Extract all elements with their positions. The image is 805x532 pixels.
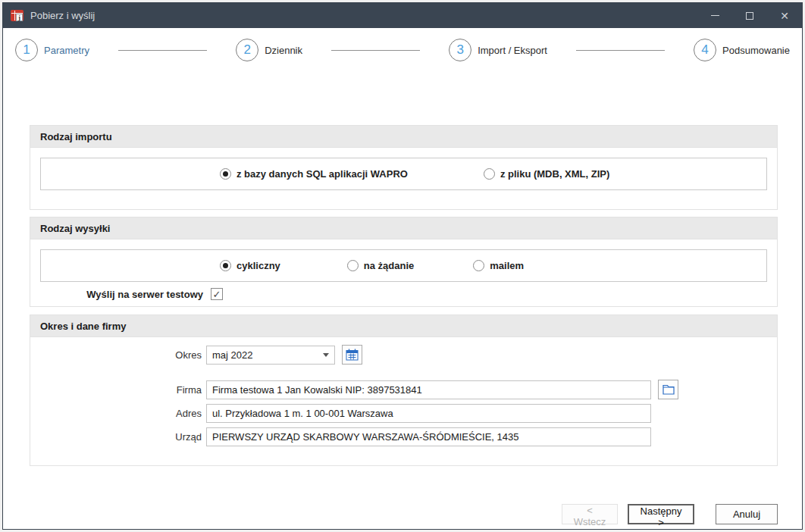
app-icon: j bbox=[11, 10, 23, 21]
radio-cykliczny-label: cykliczny bbox=[236, 260, 280, 271]
step-4-circle: 4 bbox=[694, 39, 716, 61]
minimize-icon bbox=[711, 15, 719, 16]
test-server-row: Wyślij na serwer testowy ✓ bbox=[40, 288, 767, 300]
section-body-rodzaj-wysylki: cykliczny na żądanie mailem Wyślij na se… bbox=[30, 239, 777, 306]
back-button[interactable]: < Wstecz bbox=[562, 504, 618, 524]
wizard-step-podsumowanie: 4 Podsumowanie bbox=[694, 39, 790, 61]
footer-buttons: < Wstecz Następny > Anuluj bbox=[30, 504, 778, 524]
section-title-rodzaj-importu: Rodzaj importu bbox=[30, 126, 777, 148]
okres-row: Okres maj 2022 bbox=[40, 345, 767, 365]
step-1-circle: 1 bbox=[15, 39, 38, 61]
okres-value: maj 2022 bbox=[212, 349, 323, 361]
test-server-checkbox[interactable]: ✓ bbox=[211, 288, 223, 300]
step-connector bbox=[331, 50, 420, 51]
next-button[interactable]: Następny > bbox=[628, 504, 694, 524]
step-2-label: Dziennik bbox=[265, 45, 302, 56]
wizard-step-dziennik: 2 Dziennik bbox=[236, 39, 302, 61]
step-connector bbox=[576, 50, 665, 51]
folder-icon bbox=[662, 384, 675, 395]
urzad-label: Urząd bbox=[40, 431, 202, 443]
folder-button[interactable] bbox=[658, 380, 678, 399]
calendar-button[interactable] bbox=[342, 345, 362, 365]
radio-icon bbox=[473, 260, 484, 271]
step-3-label: Import / Eksport bbox=[478, 45, 547, 56]
wizard-steps: 1 Parametry 2 Dziennik 3 Import / Ekspor… bbox=[3, 28, 802, 72]
step-3-circle: 3 bbox=[449, 39, 471, 61]
close-icon: ✕ bbox=[780, 11, 789, 21]
step-2-circle: 2 bbox=[236, 39, 258, 61]
desktop-frame: j Pobierz i wyślij ✕ 1 Parametry 2 Dzien… bbox=[0, 0, 805, 532]
section-rodzaj-importu: Rodzaj importu z bazy danych SQL aplikac… bbox=[30, 125, 778, 210]
section-rodzaj-wysylki: Rodzaj wysyłki cykliczny na żądanie mail… bbox=[30, 217, 778, 307]
radio-na-zadanie-label: na żądanie bbox=[364, 260, 414, 271]
app-icon-letter: j bbox=[16, 14, 23, 21]
section-okres-i-dane-firmy: Okres i dane firmy Okres maj 2022 bbox=[30, 315, 778, 466]
radio-import-plik-label: z pliku (MDB, XML, ZIP) bbox=[500, 168, 609, 180]
cancel-button[interactable]: Anuluj bbox=[716, 504, 778, 524]
radio-import-sql-label: z bazy danych SQL aplikacji WAPRO bbox=[236, 168, 408, 180]
test-server-label: Wyślij na serwer testowy bbox=[40, 289, 203, 300]
adres-input[interactable] bbox=[206, 404, 651, 423]
checkmark-icon: ✓ bbox=[213, 289, 221, 299]
firma-row: Firma bbox=[40, 380, 767, 399]
wizard-step-import-eksport: 3 Import / Eksport bbox=[449, 39, 547, 61]
step-connector bbox=[118, 50, 207, 51]
radio-mailem-label: mailem bbox=[490, 260, 524, 271]
adres-label: Adres bbox=[40, 408, 202, 419]
maximize-icon bbox=[746, 12, 753, 20]
radio-mailem[interactable]: mailem bbox=[473, 260, 524, 271]
urzad-row: Urząd bbox=[40, 427, 767, 446]
send-options-group: cykliczny na żądanie mailem bbox=[40, 249, 767, 282]
calendar-icon bbox=[346, 349, 359, 361]
urzad-input[interactable] bbox=[206, 427, 651, 446]
firma-input[interactable] bbox=[206, 380, 651, 399]
chevron-down-icon bbox=[323, 353, 329, 357]
okres-combobox[interactable]: maj 2022 bbox=[206, 346, 335, 365]
app-window: j Pobierz i wyślij ✕ 1 Parametry 2 Dzien… bbox=[2, 2, 803, 530]
radio-icon bbox=[484, 168, 495, 180]
adres-row: Adres bbox=[40, 404, 767, 423]
window-controls: ✕ bbox=[697, 3, 802, 28]
firma-label: Firma bbox=[40, 384, 202, 396]
radio-import-plik[interactable]: z pliku (MDB, XML, ZIP) bbox=[484, 168, 609, 180]
radio-import-sql[interactable]: z bazy danych SQL aplikacji WAPRO bbox=[220, 168, 408, 180]
import-options-group: z bazy danych SQL aplikacji WAPRO z plik… bbox=[40, 158, 767, 190]
radio-icon bbox=[220, 260, 231, 271]
titlebar: j Pobierz i wyślij ✕ bbox=[3, 3, 802, 28]
radio-na-zadanie[interactable]: na żądanie bbox=[347, 260, 414, 271]
window-title: Pobierz i wyślij bbox=[30, 10, 95, 21]
maximize-button[interactable] bbox=[732, 3, 767, 28]
section-body-rodzaj-importu: z bazy danych SQL aplikacji WAPRO z plik… bbox=[30, 148, 777, 209]
close-button[interactable]: ✕ bbox=[767, 3, 802, 28]
step-4-label: Podsumowanie bbox=[722, 45, 790, 56]
step-1-label: Parametry bbox=[44, 45, 89, 56]
radio-icon bbox=[347, 260, 359, 271]
section-title-okres: Okres i dane firmy bbox=[30, 315, 777, 337]
section-title-rodzaj-wysylki: Rodzaj wysyłki bbox=[30, 217, 777, 239]
wizard-step-parametry: 1 Parametry bbox=[15, 39, 89, 61]
okres-label: Okres bbox=[40, 349, 202, 361]
section-body-okres: Okres maj 2022 bbox=[30, 337, 777, 465]
radio-icon bbox=[220, 168, 231, 180]
minimize-button[interactable] bbox=[697, 3, 732, 28]
radio-cykliczny[interactable]: cykliczny bbox=[220, 260, 280, 271]
